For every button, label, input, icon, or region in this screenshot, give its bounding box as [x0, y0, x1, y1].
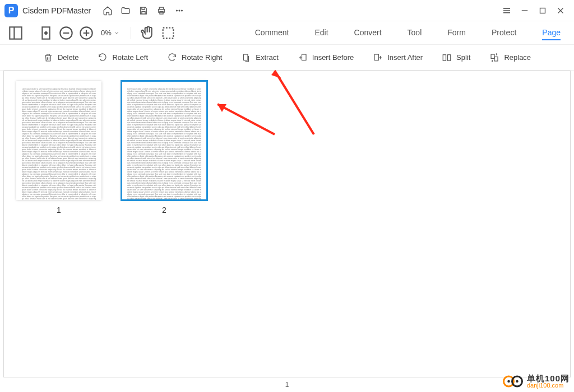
- watermark-logo-icon: [502, 373, 524, 390]
- tab-page[interactable]: Page: [542, 26, 561, 40]
- zoom-out-icon[interactable]: [57, 24, 75, 42]
- separator: [131, 27, 131, 39]
- single-page-icon[interactable]: [37, 24, 55, 42]
- tab-comment[interactable]: Comment: [255, 26, 289, 40]
- print-icon[interactable]: [152, 2, 170, 20]
- svg-point-24: [507, 380, 510, 383]
- svg-point-8: [45, 32, 47, 34]
- insert-after-label: Insert After: [387, 53, 423, 62]
- insert-after-button[interactable]: Insert After: [373, 53, 423, 63]
- rotate-left-label: Rotate Left: [112, 53, 148, 62]
- svg-rect-1: [160, 11, 163, 14]
- main-tabs: Comment Edit Convert Tool Form Protect P…: [255, 26, 567, 40]
- svg-rect-15: [443, 54, 446, 60]
- watermark-line2: danji100.com: [527, 382, 570, 389]
- rotate-left-button[interactable]: Rotate Left: [98, 53, 148, 63]
- sidebar-toggle-icon[interactable]: [7, 24, 25, 42]
- tab-convert[interactable]: Convert: [354, 26, 382, 40]
- tab-protect[interactable]: Protect: [492, 26, 516, 40]
- replace-label: Replace: [504, 53, 531, 62]
- zoom-dropdown[interactable]: 0%: [98, 24, 123, 42]
- maximize-icon[interactable]: [534, 2, 552, 20]
- svg-rect-6: [10, 27, 21, 39]
- watermark-line1: 单机100网: [527, 374, 570, 382]
- page-thumb-1[interactable]: Lorem ipsum dolor sit amet consectetur a…: [16, 81, 101, 214]
- extract-label: Extract: [256, 53, 278, 62]
- svg-rect-16: [448, 54, 451, 60]
- select-tool-icon[interactable]: [159, 24, 177, 42]
- svg-rect-13: [302, 54, 306, 60]
- open-folder-icon[interactable]: [117, 2, 135, 20]
- zoom-value: 0%: [101, 29, 112, 37]
- svg-rect-5: [540, 8, 545, 13]
- extract-button[interactable]: Extract: [241, 53, 278, 63]
- menu-icon[interactable]: [498, 2, 516, 20]
- svg-rect-12: [244, 54, 248, 60]
- replace-button[interactable]: Replace: [489, 53, 531, 63]
- close-icon[interactable]: [552, 2, 570, 20]
- title-bar: P Cisdem PDFMaster: [0, 0, 574, 21]
- tab-edit[interactable]: Edit: [314, 26, 328, 40]
- svg-point-2: [176, 10, 177, 11]
- app-logo: P: [4, 4, 18, 17]
- zoom-in-icon[interactable]: [77, 24, 95, 42]
- insert-before-label: Insert Before: [312, 53, 354, 62]
- delete-label: Delete: [58, 53, 79, 62]
- minimize-icon[interactable]: [516, 2, 534, 20]
- app-logo-letter: P: [8, 6, 15, 16]
- split-button[interactable]: Split: [442, 53, 470, 63]
- svg-rect-17: [491, 54, 494, 59]
- rotate-right-label: Rotate Right: [182, 53, 222, 62]
- svg-rect-18: [494, 57, 498, 61]
- save-icon[interactable]: [135, 2, 152, 20]
- home-icon[interactable]: [99, 2, 117, 20]
- page-preview-selected: Lorem ipsum dolor sit amet consectetur a…: [122, 81, 207, 200]
- insert-before-button[interactable]: Insert Before: [298, 53, 354, 63]
- tab-form[interactable]: Form: [447, 26, 466, 40]
- page-number: 2: [162, 206, 166, 214]
- view-toolbar: 0% Comment Edit Convert Tool Form Protec…: [0, 21, 574, 45]
- workspace: Lorem ipsum dolor sit amet consectetur a…: [3, 71, 571, 377]
- svg-point-26: [516, 380, 519, 383]
- svg-point-4: [181, 10, 182, 11]
- chevron-down-icon: [114, 30, 119, 36]
- rotate-right-button[interactable]: Rotate Right: [167, 53, 222, 63]
- delete-button[interactable]: Delete: [43, 53, 79, 63]
- split-label: Split: [456, 53, 470, 62]
- svg-rect-14: [374, 54, 379, 60]
- app-title: Cisdem PDFMaster: [22, 6, 91, 15]
- status-bar: 1: [0, 377, 574, 392]
- page-indicator: 1: [285, 381, 289, 389]
- page-ops-bar: Delete Rotate Left Rotate Right Extract …: [0, 45, 574, 71]
- tab-tool[interactable]: Tool: [408, 26, 422, 40]
- page-number: 1: [57, 206, 61, 214]
- thumbnail-grid: Lorem ipsum dolor sit amet consectetur a…: [4, 71, 570, 225]
- page-preview: Lorem ipsum dolor sit amet consectetur a…: [16, 81, 101, 200]
- hand-tool-icon[interactable]: [139, 24, 157, 42]
- svg-rect-11: [163, 27, 173, 38]
- svg-point-3: [179, 10, 180, 11]
- more-icon[interactable]: [170, 2, 188, 20]
- page-thumb-2[interactable]: Lorem ipsum dolor sit amet consectetur a…: [122, 81, 207, 214]
- watermark: 单机100网 danji100.com: [502, 373, 570, 390]
